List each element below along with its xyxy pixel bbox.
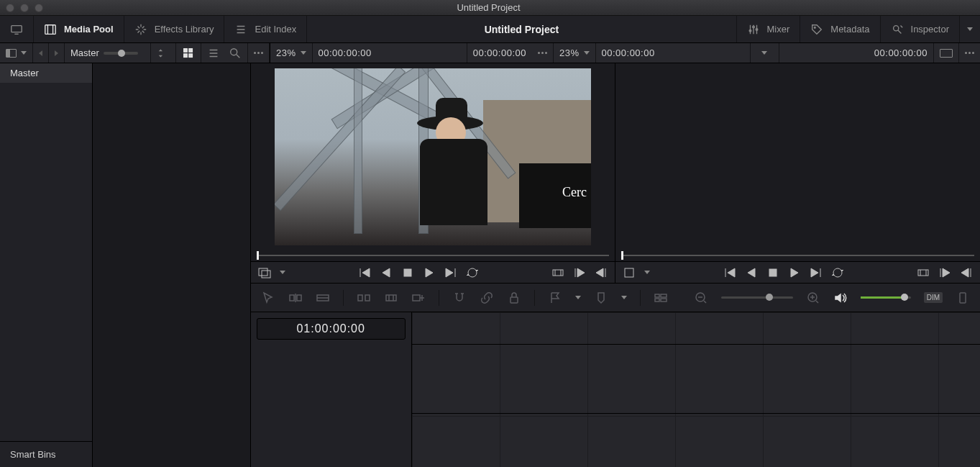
metadata-button[interactable]: Metadata [800,16,879,42]
link-icon[interactable] [480,291,494,305]
expand-button[interactable] [959,16,980,42]
loop-button[interactable] [831,266,844,279]
first-frame-button[interactable] [358,266,371,279]
workspace-layout-button[interactable] [0,16,34,42]
chevron-down-icon[interactable] [644,271,650,274]
monitor-icon [10,23,23,36]
nav-back-button[interactable] [33,43,49,63]
minimize-window-icon[interactable] [20,4,29,12]
media-pool-button[interactable]: Media Pool [34,16,124,42]
edit-index-label: Edit Index [255,24,296,35]
inspector-icon [891,23,904,36]
reverse-play-button[interactable] [380,266,393,279]
last-frame-button[interactable] [810,266,823,279]
window-title: Untitled Project [43,2,934,13]
arrow-tool-icon[interactable] [261,291,275,305]
timeline-canvas[interactable] [615,63,980,250]
timeline-options[interactable] [959,43,980,63]
bin-path[interactable]: Master [65,43,151,63]
zoom-slider[interactable] [721,296,793,299]
zoom-in-icon[interactable] [806,291,820,305]
play-button[interactable] [788,266,801,279]
volume-slider[interactable] [861,296,911,299]
volume-icon[interactable] [833,291,848,305]
zoom-out-icon[interactable] [694,291,708,305]
mark-in-out-button[interactable] [917,266,930,279]
viewer-mode-button[interactable] [934,43,959,63]
svg-rect-20 [297,295,301,301]
match-frame-button[interactable] [258,266,271,279]
marker-icon[interactable] [594,291,608,305]
timeline-transport [615,261,980,283]
nav-forward-button[interactable] [49,43,65,63]
chevron-left-icon [39,50,42,56]
transform-button[interactable] [623,266,636,279]
lock-icon[interactable] [507,291,521,305]
bin-item-master[interactable]: Master [0,63,92,83]
timeline-zoom[interactable]: 23% [554,43,596,63]
grid-view-button[interactable] [176,43,201,63]
svg-point-11 [231,48,237,55]
svg-rect-0 [12,25,22,32]
mixer-button[interactable]: Mixer [736,16,800,42]
stop-button[interactable] [766,266,779,279]
source-zoom[interactable]: 23% [270,43,313,63]
dots-icon [254,52,263,54]
thumbnail-size-slider[interactable] [104,52,138,55]
snap-icon[interactable] [452,291,467,305]
timeline-name-dropdown[interactable] [751,43,779,63]
svg-rect-25 [413,295,420,301]
media-pool-content[interactable] [93,63,250,467]
media-pool-label: Media Pool [64,24,114,35]
first-frame-button[interactable] [723,266,736,279]
timeline-scrubber[interactable] [615,250,980,261]
timeline-tracks[interactable] [412,312,980,467]
svg-rect-15 [553,270,563,276]
overwrite-clip-icon[interactable] [316,291,330,305]
dots-icon [538,52,547,54]
chevron-down-icon[interactable] [621,296,627,299]
timeline-track-header[interactable]: 01:00:00:00 [251,312,412,467]
sort-button[interactable] [151,43,176,63]
append-clip-icon[interactable] [411,291,426,305]
bin-tree-panel: Master Smart Bins [0,63,93,467]
edit-index-button[interactable]: Edit Index [224,16,307,42]
source-options[interactable] [532,43,554,63]
source-zoom-value: 23% [276,47,296,58]
zoom-window-icon[interactable] [35,4,43,12]
play-button[interactable] [423,266,436,279]
go-out-button[interactable] [960,266,973,279]
dim-button[interactable]: DIM [924,292,943,303]
media-pool-options[interactable] [248,43,270,63]
chevron-right-icon [55,50,58,56]
mark-in-out-button[interactable] [551,266,564,279]
smart-bins-header[interactable]: Smart Bins [0,441,92,467]
go-in-button[interactable] [573,266,586,279]
list-view-button[interactable] [201,43,223,63]
stop-button[interactable] [401,266,414,279]
replace-clip-icon[interactable] [357,291,371,305]
last-frame-button[interactable] [444,266,457,279]
svg-rect-10 [189,53,193,57]
fit-to-fill-icon[interactable] [384,291,398,305]
chevron-down-icon[interactable] [280,271,285,274]
source-scrubber[interactable] [251,250,615,261]
go-out-button[interactable] [595,266,608,279]
insert-clip-icon[interactable] [288,291,303,305]
chevron-down-icon[interactable] [575,296,581,299]
timeline-timecode[interactable]: 01:00:00:00 [257,318,406,340]
effects-library-button[interactable]: Effects Library [124,16,225,42]
svg-rect-26 [510,297,518,303]
flag-icon[interactable] [548,291,562,305]
source-canvas[interactable]: Cerc [251,63,615,250]
mute-button-icon[interactable] [956,291,970,305]
sidebar-layout-button[interactable] [0,43,33,63]
close-window-icon[interactable] [6,4,14,12]
inspector-button[interactable]: Inspector [880,16,959,42]
go-in-button[interactable] [938,266,951,279]
search-button[interactable] [223,43,248,63]
loop-button[interactable] [466,266,479,279]
reverse-play-button[interactable] [745,266,758,279]
svg-rect-22 [358,295,362,301]
timeline-view-icon[interactable] [654,291,668,305]
